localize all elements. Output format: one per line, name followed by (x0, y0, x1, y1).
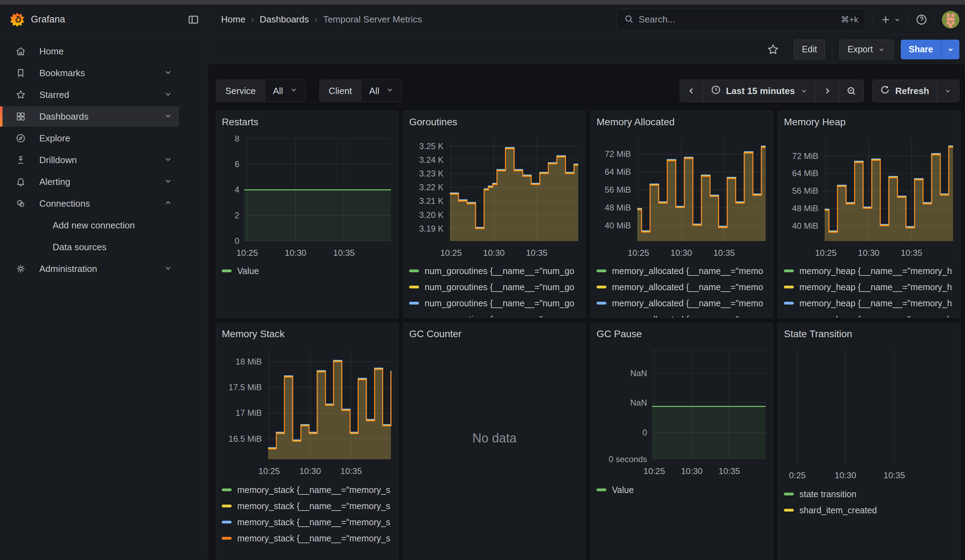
svg-text:10:25: 10:25 (237, 248, 258, 258)
panel-title[interactable]: Restarts (222, 116, 392, 128)
panel-gc-counter: GC CounterNo data (403, 323, 586, 560)
chevron-down-icon[interactable] (164, 176, 173, 187)
sidebar-item-explore[interactable]: Explore (0, 128, 179, 149)
sidebar-item-label: Dashboards (39, 111, 88, 122)
refresh-button[interactable]: Refresh (873, 80, 937, 102)
sidebar-item-alerting[interactable]: Alerting (0, 171, 179, 192)
svg-text:0: 0 (643, 428, 647, 437)
sidebar-item-add-new-connection[interactable]: Add new connection (0, 215, 179, 235)
refresh-interval-caret[interactable] (937, 80, 959, 102)
compass-icon (15, 133, 26, 144)
share-dropdown-caret[interactable] (941, 40, 959, 59)
panel-title[interactable]: Memory Allocated (597, 116, 767, 128)
svg-text:10:30: 10:30 (835, 470, 856, 480)
drilldown-icon (15, 155, 26, 165)
panel-title[interactable]: GC Pause (597, 328, 767, 340)
svg-text:10:25: 10:25 (815, 248, 837, 258)
legend-item[interactable]: memory_stack {__name__="memory_s (222, 530, 392, 546)
sidebar-item-connections[interactable]: Connections (0, 193, 179, 214)
legend-item[interactable]: num_goroutines {__name__="num_go (409, 263, 580, 279)
search-box[interactable]: ⌘+k (617, 9, 866, 31)
sidebar-item-bookmarks[interactable]: Bookmarks (0, 63, 179, 83)
legend-item[interactable]: state transition (784, 486, 955, 502)
home-icon (15, 46, 26, 57)
legend-item[interactable]: memory_allocated {__name__="memo (597, 279, 767, 295)
legend-item[interactable]: num_goroutines {__name__="num_go (409, 295, 580, 311)
panel-title[interactable]: State Transition (784, 328, 955, 340)
sidebar-item-label: Starred (39, 90, 69, 100)
edit-button[interactable]: Edit (794, 40, 825, 59)
legend-item[interactable]: memory_heap {__name__="memory_h (784, 295, 955, 311)
breadcrumb-item-dashboards[interactable]: Dashboards (260, 14, 309, 25)
legend-item[interactable]: memory_stack {__name__="memory_s (222, 514, 392, 530)
legend-item[interactable]: num_goroutines {__name__="num_go (409, 279, 580, 295)
svg-text:48 MiB: 48 MiB (605, 203, 631, 212)
legend-item[interactable]: Value (222, 263, 392, 279)
legend-item[interactable]: memory_heap {__name__="memory_h (784, 279, 955, 295)
help-icon[interactable] (916, 14, 927, 26)
legend-item[interactable]: memory_heap {__name__="memory_h (784, 311, 955, 318)
panel-title[interactable]: Memory Stack (222, 328, 392, 340)
legend-item[interactable]: memory_allocated {__name__="memo (597, 263, 767, 279)
chevron-down-icon[interactable] (164, 155, 173, 165)
breadcrumb-item-home[interactable]: Home (221, 14, 245, 25)
sidebar: HomeBookmarksStarredDashboardsExploreDri… (0, 35, 208, 560)
legend-item[interactable]: memory_allocated {__name__="memo (597, 311, 767, 318)
add-new-button[interactable] (880, 14, 901, 25)
svg-text:10:30: 10:30 (858, 248, 879, 258)
svg-text:6: 6 (235, 159, 239, 169)
legend-label: memory_stack {__name__="memory_s (237, 485, 390, 495)
legend-swatch (784, 269, 794, 272)
legend-item[interactable]: memory_stack {__name__="memory_s (222, 498, 392, 514)
legend-item[interactable]: num_goroutines {__name__="num_go (409, 311, 580, 318)
variable-value-dropdown[interactable]: All (265, 80, 306, 102)
legend-item[interactable]: memory_stack {__name__="memory_s (222, 482, 392, 498)
legend-item[interactable]: memory_allocated {__name__="memo (597, 295, 767, 311)
legend-label: num_goroutines {__name__="num_go (425, 282, 574, 292)
time-forward-button[interactable] (816, 80, 839, 102)
sidebar-item-starred[interactable]: Starred (0, 85, 179, 105)
legend-swatch (222, 521, 232, 524)
legend-item[interactable]: shard_item_created (784, 502, 955, 518)
zoom-out-button[interactable] (839, 80, 864, 102)
legend-item[interactable]: memory_heap {__name__="memory_h (784, 263, 955, 279)
svg-text:64 MiB: 64 MiB (792, 168, 818, 178)
legend-swatch (784, 509, 794, 511)
sidebar-item-home[interactable]: Home (0, 41, 179, 61)
svg-text:NaN: NaN (630, 368, 647, 378)
svg-text:10:30: 10:30 (681, 466, 703, 476)
sidebar-item-administration[interactable]: Administration (0, 259, 179, 279)
chevron-down-icon[interactable] (164, 263, 173, 274)
legend-item[interactable]: Value (597, 482, 767, 498)
share-button[interactable]: Share (901, 40, 941, 59)
chevron-down-icon[interactable] (164, 90, 173, 100)
user-avatar[interactable] (942, 11, 959, 28)
sidebar-item-data-sources[interactable]: Data sources (0, 237, 179, 257)
grafana-logo-icon[interactable] (9, 11, 25, 28)
legend-swatch (784, 286, 794, 289)
chevron-up-icon[interactable] (164, 198, 173, 209)
legend-swatch (222, 488, 232, 491)
sidebar-item-label: Bookmarks (39, 68, 85, 78)
sidebar-toggle-icon[interactable] (187, 14, 199, 26)
panel-title[interactable]: Goroutines (409, 116, 580, 128)
chevron-down-icon (800, 87, 808, 95)
variable-value-dropdown[interactable]: All (361, 80, 402, 102)
panel-title[interactable]: GC Counter (409, 328, 580, 340)
chevron-down-icon[interactable] (164, 68, 173, 78)
sidebar-item-drilldown[interactable]: Drilldown (0, 150, 179, 170)
breadcrumb: Home›Dashboards›Temporal Server Metrics (208, 14, 617, 25)
favorite-star-icon[interactable] (767, 43, 779, 56)
export-button[interactable]: Export (839, 40, 893, 59)
sidebar-item-dashboards[interactable]: Dashboards (0, 106, 179, 127)
sidebar-item-label: Add new connection (52, 220, 135, 231)
search-input[interactable] (639, 14, 841, 25)
time-range-picker[interactable]: Last 15 minutes (703, 80, 816, 102)
legend-label: memory_heap {__name__="memory_h (799, 282, 952, 292)
panel-title[interactable]: Memory Heap (784, 116, 955, 128)
legend: Value (222, 263, 392, 279)
time-back-button[interactable] (680, 80, 703, 102)
legend: memory_allocated {__name__="memomemory_a… (597, 263, 767, 318)
chevron-down-icon[interactable] (164, 111, 173, 122)
chart-restarts: 8642010:2510:3010:35 (222, 136, 392, 261)
